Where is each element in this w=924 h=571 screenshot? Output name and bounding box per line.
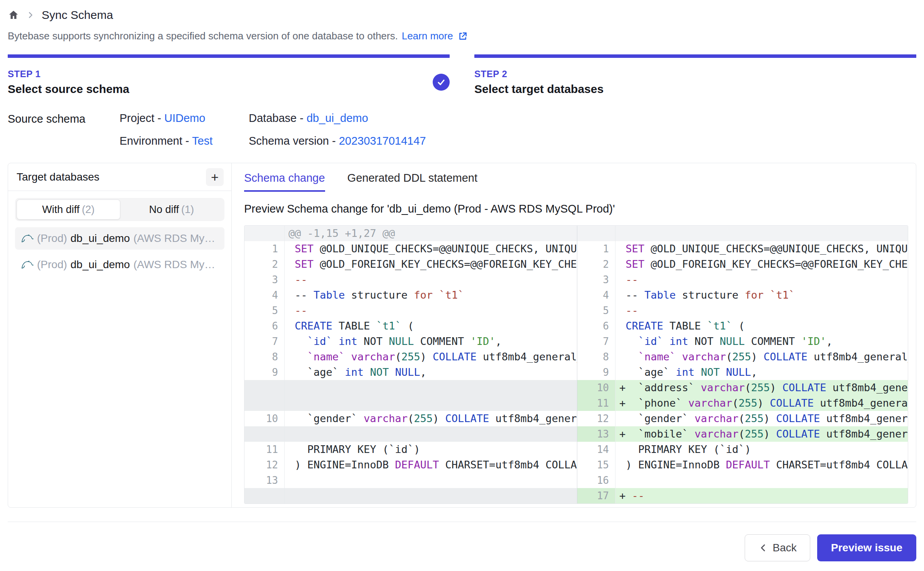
code-token: COLLATE [770, 397, 814, 409]
code-token: varchar [695, 428, 739, 440]
code-token [339, 366, 345, 378]
diff-line-number [244, 488, 285, 503]
tab-schema-change[interactable]: Schema change [244, 172, 325, 192]
step-1-title: Select source schema [8, 83, 129, 96]
diff-row: 6 CREATE TABLE `t1` (6 CREATE TABLE `t1`… [244, 318, 908, 334]
diff-line-number: 11 [244, 442, 285, 457]
code-token [389, 366, 395, 378]
code-token: , [751, 366, 757, 378]
diff-line-number: 5 [244, 303, 285, 318]
schema-diff-view[interactable]: @@ -1,15 +1,27 @@1 SET @OLD_UNIQUE_CHECK… [244, 225, 908, 504]
step-1: STEP 1 Select source schema [8, 54, 450, 96]
code-token: ( [732, 397, 739, 409]
step-2-progress-bar [474, 54, 916, 58]
diff-code-line: ) ENGINE=InnoDB DEFAULT CHARSET=utf8mb4 … [285, 457, 577, 473]
diff-code-line: PRIMARY KEY (`id`) [615, 442, 908, 457]
code-token: Table [644, 289, 676, 301]
code-token: `name` [638, 351, 676, 363]
tab-no-diff[interactable]: No diff(1) [120, 199, 223, 220]
back-button[interactable]: Back [745, 534, 810, 561]
target-database-item[interactable]: (Prod) db_ui_demo (AWS RDS MySQL Prod) [15, 253, 224, 276]
code-token: 'ID' [470, 335, 495, 347]
diff-line-number: 12 [244, 457, 285, 473]
code-token [619, 258, 626, 270]
diff-line-number: 7 [577, 334, 615, 349]
learn-more-link[interactable]: Learn more [402, 30, 453, 42]
code-token: TABLE [663, 320, 707, 332]
step-1-label: STEP 1 [8, 69, 129, 79]
code-token: COLLATE [764, 351, 808, 363]
diff-code-line [285, 473, 577, 488]
code-token [619, 320, 626, 332]
diff-code-line: @@ -1,15 +1,27 @@ [285, 226, 577, 241]
code-token: ) [433, 412, 445, 424]
code-token: utf8mb4_general_ci DEFAULT NULL, [820, 428, 908, 440]
code-token: NOT [357, 335, 389, 347]
code-token: int [339, 335, 357, 347]
preview-issue-button[interactable]: Preview issue [817, 534, 916, 561]
code-token [288, 412, 307, 424]
code-token: PRIMARY KEY (`id`) [307, 443, 420, 455]
code-token: NOT [370, 366, 389, 378]
code-token: -- [619, 289, 644, 301]
diff-code-line: SET @OLD_FOREIGN_KEY_CHECKS=@@FOREIGN_KE… [615, 257, 908, 272]
diff-line-number: 9 [577, 365, 615, 380]
code-token: + [619, 490, 632, 502]
diff-line-number [244, 395, 285, 411]
code-token: utf8mb4_general_ci DEFAULT NULL, [808, 351, 908, 363]
external-link-icon[interactable] [458, 31, 468, 41]
step-1-progress-bar [8, 54, 450, 58]
diff-line-number [244, 226, 285, 241]
code-token: SET [295, 258, 314, 270]
environment-link[interactable]: Test [192, 135, 212, 147]
code-token: ( [732, 320, 745, 332]
diff-line-number: 4 [577, 287, 615, 303]
source-schema-version: Schema version - 20230317014147 [249, 135, 426, 147]
code-token: COLLATE [776, 412, 820, 424]
code-token: @OLD_UNIQUE_CHECKS=@@UNIQUE_CHECKS, UNIQ… [314, 243, 577, 255]
diff-row: 9 `age` int NOT NULL,9 `age` int NOT NUL… [244, 365, 908, 380]
diff-code-line: `name` varchar(255) COLLATE utf8mb4_gene… [285, 349, 577, 365]
code-token: varchar [364, 412, 408, 424]
code-token [619, 474, 626, 486]
diff-code-line [285, 380, 577, 395]
schema-version-link[interactable]: 20230317014147 [339, 135, 426, 147]
main-panel: Target databases + With diff(2) No diff(… [8, 163, 916, 508]
database-link[interactable]: db_ui_demo [307, 112, 368, 124]
code-token: COMMENT [745, 335, 801, 347]
diff-line-number: 13 [577, 426, 615, 442]
target-database-item[interactable]: (Prod) db_ui_demo (AWS RDS MySQL Prod) [15, 227, 224, 250]
code-token: ) [619, 459, 638, 471]
code-token [357, 412, 364, 424]
code-token: ( [739, 412, 745, 424]
tab-with-diff[interactable]: With diff(2) [17, 199, 120, 220]
source-schema-label: Source schema [8, 112, 120, 147]
diff-line-number: 6 [577, 318, 615, 334]
diff-line-number: 10 [577, 380, 615, 395]
code-token: , [420, 366, 426, 378]
sync-schema-page: Sync Schema Bytebase supports synchroniz… [0, 0, 924, 561]
code-token: DEFAULT [395, 459, 439, 471]
code-token [619, 412, 638, 424]
no-diff-count: (1) [181, 204, 194, 215]
home-icon[interactable] [8, 9, 19, 21]
code-token: ) [764, 428, 776, 440]
code-token: varchar [351, 351, 395, 363]
diff-line-number: 2 [244, 257, 285, 272]
code-token: COLLATE [445, 412, 489, 424]
code-token: `t1` [770, 289, 795, 301]
project-link[interactable]: UIDemo [164, 112, 205, 124]
diff-line-number: 6 [244, 318, 285, 334]
code-token [345, 351, 351, 363]
code-token: NULL [726, 366, 751, 378]
code-token: + [619, 428, 638, 440]
code-token: -- [295, 304, 307, 316]
code-token [688, 412, 695, 424]
diff-line-number: 12 [577, 411, 615, 426]
diff-row: 10 `gender` varchar(255) COLLATE utf8mb4… [244, 411, 908, 426]
diff-code-line: -- [285, 303, 577, 318]
tab-generated-ddl[interactable]: Generated DDL statement [347, 172, 477, 192]
code-token: `mobile` [638, 428, 688, 440]
mysql-icon [20, 260, 34, 270]
add-target-database-button[interactable]: + [206, 168, 224, 186]
